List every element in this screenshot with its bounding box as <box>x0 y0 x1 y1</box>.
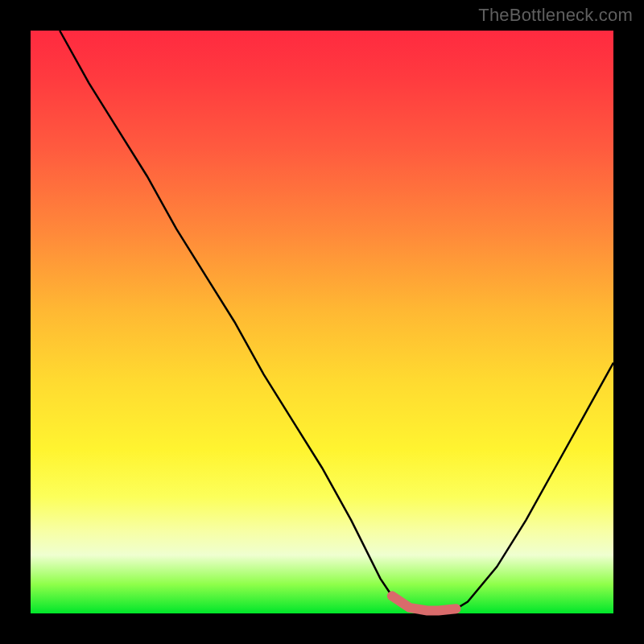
bottleneck-highlight-path <box>392 596 456 610</box>
bottleneck-curve-svg <box>31 31 613 613</box>
chart-frame: TheBottleneck.com <box>0 0 644 644</box>
watermark-text: TheBottleneck.com <box>478 5 633 26</box>
plot-area <box>31 31 613 613</box>
bottleneck-curve-path <box>60 31 613 610</box>
